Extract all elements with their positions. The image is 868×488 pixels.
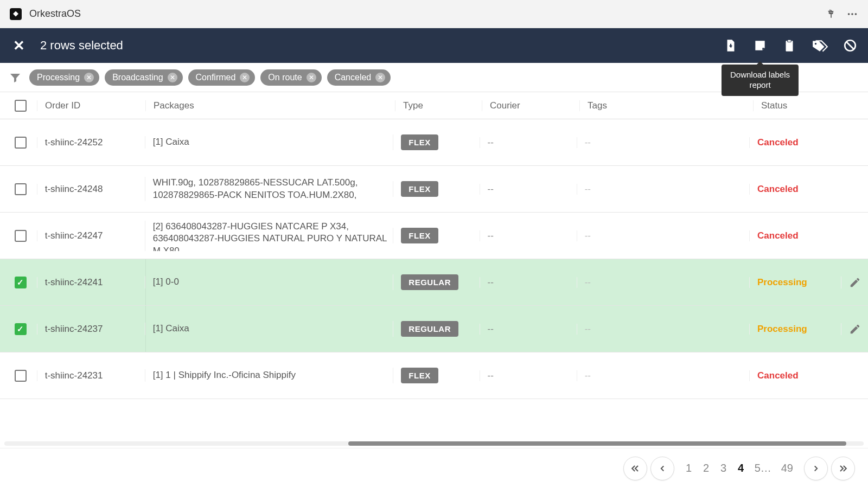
tags-text: -- bbox=[585, 230, 591, 241]
column-header-order-id[interactable]: Order ID bbox=[37, 100, 145, 111]
page-number[interactable]: 5… bbox=[752, 462, 774, 474]
status-text: Canceled bbox=[757, 184, 799, 195]
table-row[interactable]: t-shiinc-24248WHIT.90g, 102878829865-NES… bbox=[0, 166, 868, 213]
packages-text: [1] 1 | Shippify Inc.-Oficina Shippify bbox=[153, 369, 296, 382]
type-badge: REGULAR bbox=[401, 321, 458, 337]
chip-remove-icon[interactable]: ✕ bbox=[84, 73, 94, 82]
row-checkbox[interactable] bbox=[15, 183, 27, 195]
svg-line-7 bbox=[847, 42, 854, 49]
packages-text: [1] Caixa bbox=[153, 323, 189, 335]
row-checkbox[interactable] bbox=[15, 370, 27, 382]
courier-text: -- bbox=[488, 137, 494, 148]
filter-chip[interactable]: Confirmed✕ bbox=[188, 69, 256, 86]
packages-text: [2] 636408043287-HUGGIES NATCARE P X34, … bbox=[153, 221, 393, 251]
table-row[interactable]: t-shiinc-24237[1] CaixaREGULAR----Proces… bbox=[0, 306, 868, 352]
tags-text: -- bbox=[585, 184, 591, 195]
svg-rect-4 bbox=[788, 40, 792, 42]
page-number[interactable]: 4 bbox=[735, 462, 747, 474]
order-id-text: t-shiinc-24252 bbox=[45, 137, 103, 148]
edit-icon[interactable] bbox=[849, 277, 861, 288]
column-header-status[interactable]: Status bbox=[753, 100, 845, 111]
column-header-packages[interactable]: Packages bbox=[145, 100, 395, 111]
filter-chip-label: Processing bbox=[37, 73, 80, 82]
tag-icon[interactable] bbox=[812, 38, 828, 53]
download-file-icon[interactable] bbox=[724, 38, 738, 53]
filter-chip-label: Broadcasting bbox=[112, 73, 163, 82]
filter-chip[interactable]: Broadcasting✕ bbox=[105, 69, 182, 86]
row-checkbox[interactable] bbox=[15, 230, 27, 242]
packages-text: WHIT.90g, 102878829865-NESSUCAR LAT.500g… bbox=[153, 177, 393, 202]
close-icon[interactable]: ✕ bbox=[13, 37, 25, 54]
svg-point-1 bbox=[851, 13, 853, 15]
courier-text: -- bbox=[488, 184, 494, 195]
svg-point-2 bbox=[855, 13, 857, 15]
table-row[interactable]: t-shiinc-24231[1] 1 | Shippify Inc.-Ofic… bbox=[0, 352, 868, 399]
chip-remove-icon[interactable]: ✕ bbox=[375, 73, 385, 82]
filter-chip[interactable]: On route✕ bbox=[260, 69, 321, 86]
courier-text: -- bbox=[488, 277, 494, 288]
status-text: Processing bbox=[757, 324, 807, 335]
column-header-courier[interactable]: Courier bbox=[482, 100, 579, 111]
block-icon[interactable] bbox=[843, 38, 857, 53]
status-text: Processing bbox=[757, 277, 807, 288]
chip-remove-icon[interactable]: ✕ bbox=[307, 73, 316, 82]
row-checkbox[interactable] bbox=[15, 137, 27, 149]
order-id-text: t-shiinc-24241 bbox=[45, 277, 103, 288]
filter-chip[interactable]: Canceled✕ bbox=[327, 69, 391, 86]
clipboard-icon[interactable] bbox=[782, 38, 796, 53]
courier-text: -- bbox=[488, 324, 494, 335]
packages-text: [1] 0-0 bbox=[153, 276, 179, 288]
chip-remove-icon[interactable]: ✕ bbox=[240, 73, 250, 82]
filter-chip-label: On route bbox=[268, 73, 302, 82]
pin-icon[interactable] bbox=[826, 9, 837, 20]
type-badge: FLEX bbox=[401, 181, 438, 197]
type-badge: FLEX bbox=[401, 134, 438, 150]
page-number[interactable]: 49 bbox=[779, 462, 795, 474]
column-header-type[interactable]: Type bbox=[395, 100, 482, 111]
order-id-text: t-shiinc-24247 bbox=[45, 230, 103, 241]
selection-count-text: 2 rows selected bbox=[40, 38, 123, 53]
page-prev-button[interactable] bbox=[650, 457, 674, 480]
order-id-text: t-shiinc-24248 bbox=[45, 184, 103, 195]
svg-point-0 bbox=[848, 13, 850, 15]
table-row[interactable]: t-shiinc-24241[1] 0-0REGULAR----Processi… bbox=[0, 259, 868, 306]
packages-text: [1] Caixa bbox=[153, 136, 189, 149]
type-badge: FLEX bbox=[401, 228, 438, 243]
filter-chip-label: Confirmed bbox=[196, 73, 236, 82]
status-text: Canceled bbox=[757, 230, 799, 241]
page-first-button[interactable] bbox=[623, 457, 647, 480]
row-checkbox[interactable] bbox=[15, 277, 27, 288]
note-icon[interactable]: Download labels report bbox=[753, 38, 767, 53]
orders-table: Order ID Packages Type Courier Tags Stat… bbox=[0, 92, 868, 439]
selection-toolbar: ✕ 2 rows selected Download labels report bbox=[0, 28, 868, 63]
page-next-button[interactable] bbox=[804, 457, 828, 480]
page-number[interactable]: 2 bbox=[700, 462, 712, 474]
pagination: 12345…49 bbox=[0, 448, 868, 488]
app-header: OrkestraOS bbox=[0, 0, 868, 28]
order-id-text: t-shiinc-24237 bbox=[45, 324, 103, 335]
tooltip: Download labels report bbox=[722, 65, 799, 96]
chip-remove-icon[interactable]: ✕ bbox=[168, 73, 177, 82]
courier-text: -- bbox=[488, 230, 494, 241]
table-row[interactable]: t-shiinc-24252[1] CaixaFLEX----Canceled bbox=[0, 119, 868, 166]
filter-chip-label: Canceled bbox=[335, 73, 372, 82]
courier-text: -- bbox=[488, 370, 494, 381]
tags-text: -- bbox=[585, 370, 591, 381]
page-number[interactable]: 3 bbox=[718, 462, 730, 474]
more-icon[interactable] bbox=[846, 8, 858, 20]
row-checkbox[interactable] bbox=[15, 323, 27, 335]
filter-icon[interactable] bbox=[7, 71, 24, 84]
filter-chip[interactable]: Processing✕ bbox=[29, 69, 99, 86]
order-id-text: t-shiinc-24231 bbox=[45, 370, 103, 381]
column-header-tags[interactable]: Tags bbox=[579, 100, 753, 111]
status-text: Canceled bbox=[757, 370, 799, 381]
select-all-checkbox[interactable] bbox=[15, 100, 27, 112]
table-row[interactable]: t-shiinc-24247[2] 636408043287-HUGGIES N… bbox=[0, 213, 868, 259]
app-title: OrkestraOS bbox=[29, 8, 81, 20]
page-number[interactable]: 1 bbox=[683, 462, 695, 474]
app-logo-icon bbox=[10, 8, 22, 20]
page-last-button[interactable] bbox=[831, 457, 855, 480]
horizontal-scrollbar[interactable] bbox=[0, 439, 868, 448]
type-badge: REGULAR bbox=[401, 274, 458, 290]
edit-icon[interactable] bbox=[849, 323, 861, 335]
